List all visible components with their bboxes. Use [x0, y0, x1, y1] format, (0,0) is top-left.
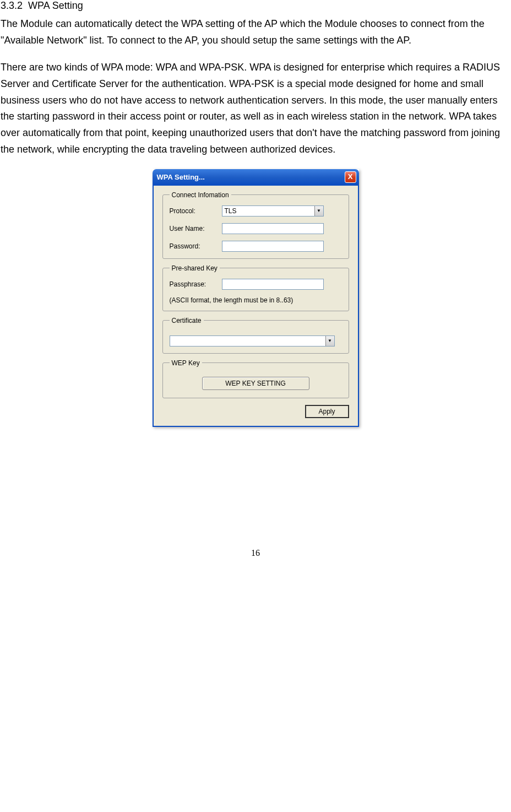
username-input[interactable] — [222, 223, 324, 234]
dialog-body: Connect Infomation Protocol: TLS ▼ User … — [153, 186, 359, 427]
connect-information-group: Connect Infomation Protocol: TLS ▼ User … — [162, 191, 349, 259]
certificate-select[interactable]: ▼ — [170, 335, 335, 347]
section-number: 3.3.2 — [1, 0, 23, 11]
wep-key-group: WEP Key WEP KEY SETTING — [162, 359, 349, 398]
paragraph-1: The Module can automatically detect the … — [1, 16, 510, 48]
passphrase-input[interactable] — [222, 279, 324, 290]
chevron-down-icon: ▼ — [325, 336, 334, 346]
password-input[interactable] — [222, 241, 324, 252]
paragraph-2: There are two kinds of WPA mode: WPA and… — [1, 59, 510, 158]
preshared-key-legend: Pre-shared Key — [170, 264, 220, 272]
wep-key-setting-button[interactable]: WEP KEY SETTING — [202, 377, 309, 390]
apply-button[interactable]: Apply — [305, 405, 349, 418]
certificate-group: Certificate ▼ — [162, 317, 349, 354]
username-label: User Name: — [170, 225, 222, 232]
password-label: Password: — [170, 242, 222, 250]
dialog-titlebar[interactable]: WPA Setting... X — [153, 169, 359, 186]
section-title: WPA Setting — [28, 0, 83, 11]
protocol-label: Protocol: — [170, 207, 222, 215]
dialog-title: WPA Setting... — [157, 173, 205, 181]
connect-information-legend: Connect Infomation — [170, 191, 231, 199]
passphrase-hint: (ASCII format, the length must be in 8..… — [170, 296, 342, 304]
page-number: 16 — [1, 548, 510, 558]
certificate-legend: Certificate — [170, 317, 204, 324]
passphrase-label: Passphrase: — [170, 280, 222, 288]
protocol-select[interactable]: TLS ▼ — [222, 205, 324, 216]
close-icon[interactable]: X — [345, 171, 356, 183]
protocol-value: TLS — [222, 207, 314, 215]
preshared-key-group: Pre-shared Key Passphrase: (ASCII format… — [162, 264, 349, 311]
wep-key-legend: WEP Key — [170, 359, 202, 367]
wpa-setting-dialog: WPA Setting... X Connect Infomation Prot… — [153, 169, 359, 427]
chevron-down-icon: ▼ — [314, 206, 323, 216]
section-heading: 3.3.2 WPA Setting — [1, 0, 510, 12]
